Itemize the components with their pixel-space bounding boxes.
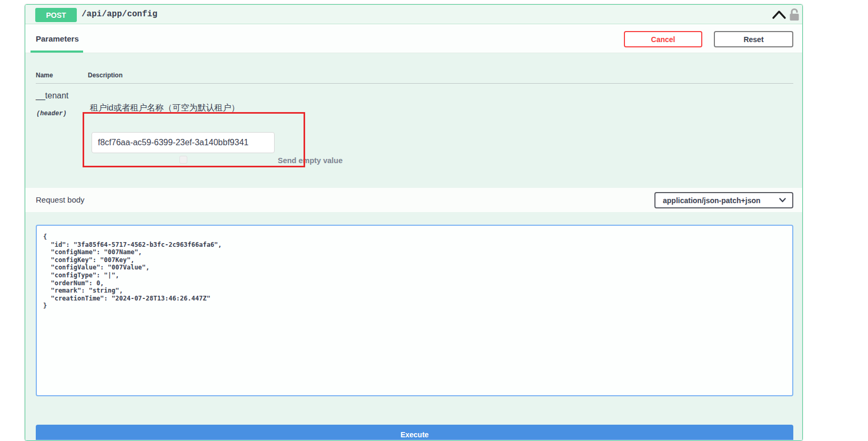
chevron-up-icon[interactable] [771,9,787,21]
tenant-value-input[interactable] [92,132,275,153]
request-body-header: Request body application/json-patch+json [25,188,802,212]
chevron-down-icon [779,198,786,203]
send-empty-value-checkbox[interactable] [179,156,187,164]
operation-block-post: POST /api/app/config Parameters Cancel R… [25,4,803,441]
operation-toolbar: Parameters Cancel Reset [25,24,802,53]
parameter-description: 租户id或者租户名称（可空为默认租户） [90,103,239,114]
request-body-editor[interactable]: { "id": "3fa85f64-5717-4562-b3fc-2c963f6… [36,225,793,396]
operation-header[interactable]: POST /api/app/config [25,5,802,24]
table-header-divider [36,83,793,84]
column-header-name: Name [36,72,53,79]
parameter-name: __tenant [36,91,68,101]
swagger-ui-page: POST /api/app/config Parameters Cancel R… [0,0,868,441]
content-type-select[interactable]: application/json-patch+json [654,192,793,208]
request-body-section: { "id": "3fa85f64-5717-4562-b3fc-2c963f6… [25,212,802,441]
content-type-selected-value: application/json-patch+json [663,196,779,205]
tab-active-underline [31,51,83,53]
column-header-description: Description [88,72,123,79]
reset-button[interactable]: Reset [714,31,793,47]
tab-parameters[interactable]: Parameters [36,34,79,43]
send-empty-value-label: Send empty value [278,156,342,165]
parameter-location: (header) [36,110,67,117]
request-body-label: Request body [36,188,85,212]
execute-button[interactable]: Execute [36,425,793,441]
method-badge[interactable]: POST [35,8,77,22]
unlock-icon[interactable] [788,7,801,22]
cancel-button[interactable]: Cancel [624,31,702,47]
operation-path[interactable]: /api/app/config [82,5,157,24]
parameters-section: Name Description __tenant (header) 租户id或… [25,53,802,188]
